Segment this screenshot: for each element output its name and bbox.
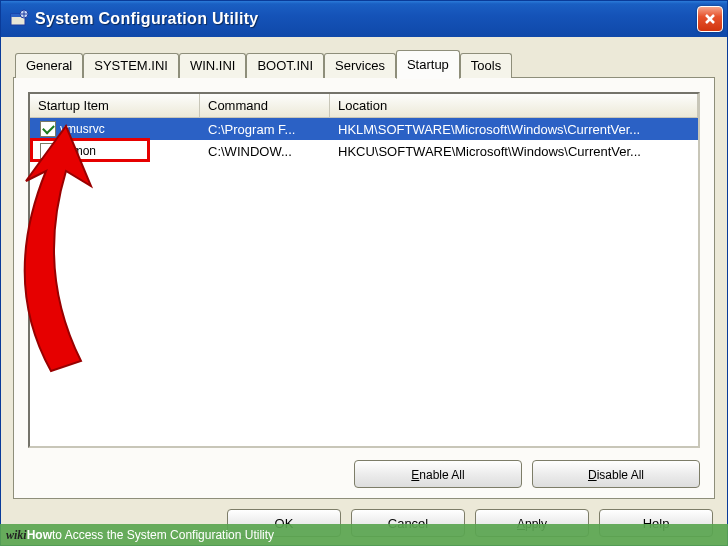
- tab-panel-startup: Startup Item Command Location vmusrvcC:\…: [13, 77, 715, 499]
- window: System Configuration Utility GeneralSYST…: [0, 0, 728, 546]
- tab-general[interactable]: General: [15, 53, 83, 78]
- listview-header: Startup Item Command Location: [30, 94, 698, 118]
- disable-all-button[interactable]: Disable All: [532, 460, 700, 488]
- checkbox-icon[interactable]: [40, 121, 56, 137]
- cell-item: ctfmon: [60, 144, 96, 158]
- tab-win-ini[interactable]: WIN.INI: [179, 53, 247, 78]
- tab-system-ini[interactable]: SYSTEM.INI: [83, 53, 179, 78]
- column-header-location[interactable]: Location: [330, 94, 698, 117]
- cell-command: C:\WINDOW...: [200, 144, 330, 159]
- caption-brand: wiki: [6, 528, 27, 543]
- tab-startup[interactable]: Startup: [396, 50, 460, 79]
- table-row[interactable]: vmusrvcC:\Program F...HKLM\SOFTWARE\Micr…: [30, 118, 698, 140]
- startup-listview[interactable]: Startup Item Command Location vmusrvcC:\…: [28, 92, 700, 448]
- tab-strip: GeneralSYSTEM.INIWIN.INIBOOT.INIServices…: [13, 49, 715, 78]
- table-row[interactable]: ctfmonC:\WINDOW...HKCU\SOFTWARE\Microsof…: [30, 140, 698, 162]
- column-header-item[interactable]: Startup Item: [30, 94, 200, 117]
- titlebar: System Configuration Utility: [1, 1, 727, 37]
- enable-all-button[interactable]: Enable All: [354, 460, 522, 488]
- tab-tools[interactable]: Tools: [460, 53, 512, 78]
- cell-item: vmusrvc: [60, 122, 105, 136]
- cell-location: HKCU\SOFTWARE\Microsoft\Windows\CurrentV…: [330, 144, 698, 159]
- tab-boot-ini[interactable]: BOOT.INI: [246, 53, 324, 78]
- caption-text: to Access the System Configuration Utili…: [52, 528, 274, 542]
- close-button[interactable]: [697, 6, 723, 32]
- client-area: GeneralSYSTEM.INIWIN.INIBOOT.INIServices…: [1, 37, 727, 545]
- caption-bar: wikiHow to Access the System Configurati…: [0, 524, 728, 546]
- tab-services[interactable]: Services: [324, 53, 396, 78]
- column-header-command[interactable]: Command: [200, 94, 330, 117]
- cell-command: C:\Program F...: [200, 122, 330, 137]
- panel-button-row: Enable All Disable All: [28, 448, 700, 488]
- checkbox-icon[interactable]: [40, 143, 56, 159]
- caption-brand2: How: [27, 528, 52, 542]
- app-icon: [9, 9, 29, 29]
- window-title: System Configuration Utility: [35, 10, 697, 28]
- cell-location: HKLM\SOFTWARE\Microsoft\Windows\CurrentV…: [330, 122, 698, 137]
